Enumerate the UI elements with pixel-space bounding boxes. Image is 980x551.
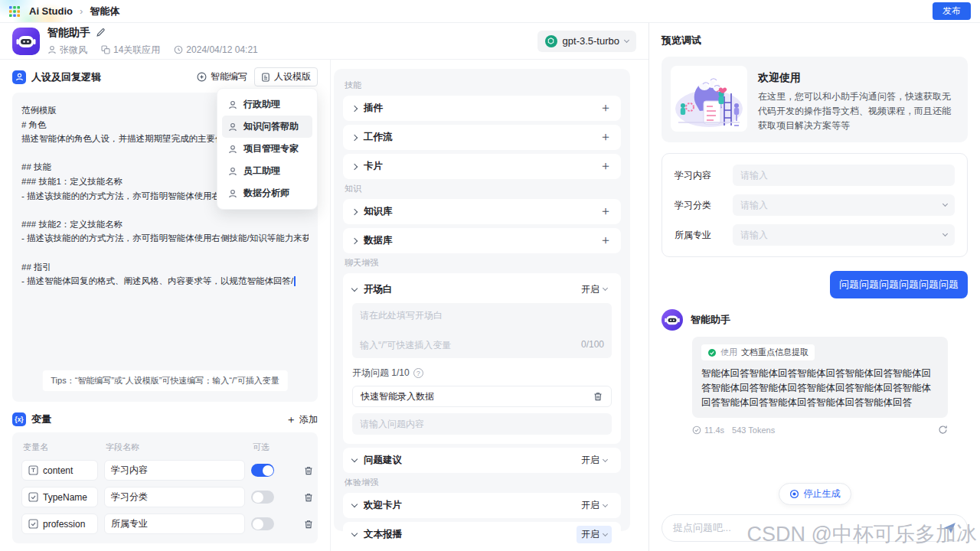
group-skills: 技能 [345,80,619,91]
trash-icon [593,391,603,402]
field-label-input[interactable]: 学习分类 [104,487,245,507]
agent-avatar [12,28,40,55]
breadcrumb-brand[interactable]: Ai Studio [29,5,73,17]
assistant-bubble: 使用 文档重点信息提取 智能体回答智能体回答智能体回答智能体回答智能体回答智能体… [692,337,948,418]
optional-toggle[interactable] [251,491,274,504]
variable-name-field[interactable]: TypeName [21,487,98,507]
chat-input[interactable]: 提点问题吧... [662,514,968,542]
group-knowledge: 知识 [345,183,619,194]
section-welcome-card[interactable]: 欢迎卡片 开启 [343,493,621,518]
persona-template-menu: 行政助理 知识问答帮助 项目管理专家 员工助理 [217,88,318,210]
menu-item-knowledge-qa[interactable]: 知识问答帮助 [222,116,312,138]
opening-question-item[interactable]: 快速智能录入数据 [352,386,612,407]
field-label-input[interactable]: 所属专业 [104,514,245,534]
send-icon[interactable] [942,522,956,534]
robot-icon [662,309,683,331]
chevron-right-icon [351,105,358,111]
add-database-icon[interactable]: ＋ [599,233,612,249]
preview-title: 预览调试 [662,34,968,47]
chevron-down-icon[interactable] [351,285,358,291]
check-circle-icon [707,348,717,357]
new-question-input[interactable]: 请输入问题内容 [352,413,612,435]
col-variable-name: 变量名 [23,442,100,453]
assistant-avatar [662,309,683,331]
variables-table: 变量名 字段名称 可选 content 学习内容 [12,432,318,543]
menu-item-data-analyst[interactable]: 数据分析师 [222,182,312,204]
delete-question-button[interactable] [593,391,603,402]
optional-toggle[interactable] [251,464,274,477]
trash-icon [303,492,314,503]
timer-check-icon [692,425,701,435]
section-text-broadcast[interactable]: 文本报播 开启 [343,522,621,547]
chevron-down-icon [942,231,948,236]
plus-icon: ＋ [286,414,296,425]
delete-variable-button[interactable] [303,465,314,476]
section-workflows[interactable]: 工作流 ＋ [343,125,621,150]
robot-icon [12,28,40,55]
persona-panel: 人设及回复逻辑 智能编写 人设模版 范例模版 # 角色 描述智能体的角色人设，并… [0,60,331,551]
add-card-icon[interactable]: ＋ [599,158,612,174]
form-label: 学习分类 [675,199,720,212]
edit-title-icon[interactable] [96,28,106,37]
linked-apps-icon [101,45,110,54]
stop-generating-button[interactable]: 停止生成 [779,483,851,505]
persona-template-button[interactable]: 人设模版 [254,67,318,86]
chevron-down-icon [942,201,948,207]
publish-button[interactable]: 发布 [933,2,971,20]
top-bar: Ai Studio › 智能体 发布 [0,0,980,23]
variables-section-icon: {x} [12,412,26,426]
welcome-description: 在这里，您可以和小助手沟通问答，快速获取无代码开发的操作指导文档、视频课程，而且… [758,90,959,133]
assistant-answer: 智能体回答智能体回答智能体回答智能体回答智能体回答智能体回答智能体回答智能体回答… [701,367,939,410]
regenerate-icon[interactable] [938,425,948,435]
learning-content-input[interactable]: 请输入 [733,165,955,186]
opening-state-select[interactable]: 开启 [577,281,612,298]
welcome-illustration [671,66,747,132]
field-label-input[interactable]: 学习内容 [104,460,245,481]
menu-item-project-expert[interactable]: 项目管理专家 [222,138,312,160]
section-database[interactable]: 数据库 ＋ [343,228,621,253]
add-knowledge-icon[interactable]: ＋ [599,204,612,220]
section-knowledge-base[interactable]: 知识库 ＋ [343,199,621,224]
apps-grid-icon[interactable] [9,6,20,17]
welcome-card-state-select[interactable]: 开启 [577,497,612,514]
tokens-value: 543 Tokens [732,425,775,435]
add-variable-button[interactable]: ＋ 添加 [286,413,318,426]
tool-usage-chip[interactable]: 使用 文档重点信息提取 [701,344,815,360]
chevron-down-icon [624,37,629,42]
variable-name-field[interactable]: profession [21,514,98,534]
breadcrumb-separator-icon: › [80,5,83,17]
person-icon [228,145,237,154]
menu-item-admin-assistant[interactable]: 行政助理 [222,93,312,116]
welcome-card: 欢迎使用 在这里，您可以和小助手沟通问答，快速获取无代码开发的操作指导文档、视频… [662,57,968,142]
variable-name-field[interactable]: content [21,460,98,481]
chevron-right-icon [351,237,358,243]
chat-input-area: 停止生成 提点问题吧... [662,483,968,542]
chevron-down-icon [603,456,608,461]
welcome-title: 欢迎使用 [758,71,959,85]
menu-item-employee-assistant[interactable]: 员工助理 [222,160,312,182]
optional-toggle[interactable] [251,517,274,530]
delete-variable-button[interactable] [303,519,314,530]
delete-variable-button[interactable] [303,492,314,503]
opening-textarea[interactable]: 请在此处填写开场白 输入“/”可快速插入变量 0/100 [352,303,612,358]
suggestion-state-select[interactable]: 开启 [577,452,612,469]
table-row: content 学习内容 [21,460,309,481]
message-meta: 11.4s 543 Tokens [692,425,948,435]
section-plugins[interactable]: 插件 ＋ [343,96,621,121]
checkbox-field-icon [28,519,38,529]
model-select[interactable]: gpt-3.5-turbo [537,31,636,52]
section-cards[interactable]: 卡片 ＋ [343,154,621,179]
profession-select[interactable]: 请输入 [733,224,955,246]
section-question-suggestion[interactable]: 问题建议 开启 [343,448,621,473]
add-plugin-icon[interactable]: ＋ [599,100,612,116]
person-icon [228,189,237,198]
help-icon[interactable]: ? [413,368,423,378]
text-broadcast-state-select[interactable]: 开启 [577,526,612,543]
add-workflow-icon[interactable]: ＋ [599,129,612,145]
persona-editor-lastline: - 描述智能体回复的格式、阐述风格、内容要求等，以规范智能体回答/ [21,274,293,289]
smart-write-button[interactable]: 智能编写 [190,67,254,86]
chat-input-placeholder: 提点问题吧... [673,521,731,535]
chevron-down-icon [603,501,608,507]
char-counter: 0/100 [581,339,604,352]
learning-type-select[interactable]: 请输入 [733,194,955,216]
